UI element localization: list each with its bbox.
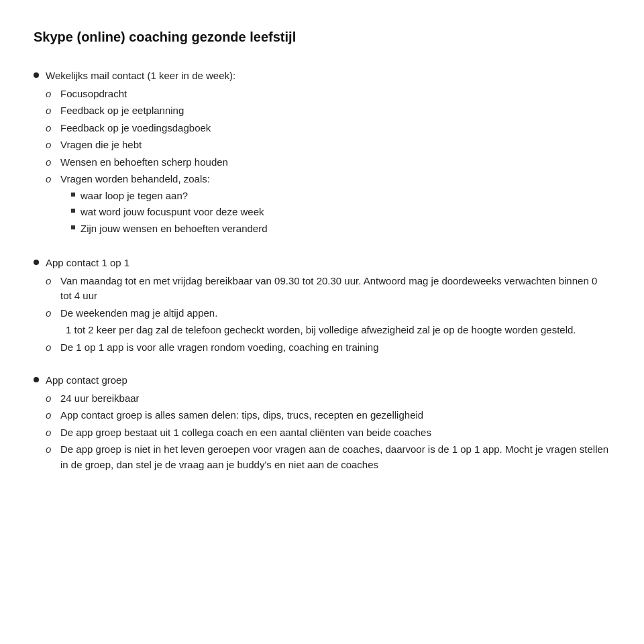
sub-bullet-o: o (46, 408, 55, 423)
sub-item-text: Feedback op je voedingsdagboek (60, 121, 610, 136)
sub-bullet-o: o (46, 306, 55, 321)
sub-list-item: oDe 1 op 1 app is voor alle vragen rondo… (46, 340, 610, 356)
page-title: Skype (online) coaching gezonde leefstij… (34, 27, 610, 47)
sub-item-with-children-content: Vragen worden behandeld, zoals:waar loop… (60, 172, 268, 237)
sub-item-text: Feedback op je eetplanning (60, 103, 610, 119)
sub-sub-item-text: wat word jouw focuspunt voor deze week (80, 205, 268, 220)
sub-bullet-o: o (46, 442, 55, 458)
sub-item-text: App contact groep is alles samen delen: … (60, 408, 610, 423)
sub-list-item: oFeedback op je voedingsdagboek (46, 121, 610, 136)
section-title-wekelijks-mail: Wekelijks mail contact (1 keer in de wee… (46, 68, 610, 84)
sub-list-item-with-children: oVragen worden behandeld, zoals:waar loo… (46, 172, 610, 237)
bullet-icon (34, 260, 39, 265)
bullet-icon (34, 377, 39, 382)
sub-list-item: oFeedback op je eetplanning (46, 103, 610, 119)
sub-list-item: oDe weekenden mag je altijd appen. (46, 306, 610, 321)
sub-list-item: oWensen en behoeften scherp houden (46, 155, 610, 170)
sub-bullet-o: o (46, 172, 55, 187)
sub-list-item: oVan maandag tot en met vrijdag bereikba… (46, 274, 610, 304)
sub-item-text: Wensen en behoeften scherp houden (60, 155, 610, 170)
sub-item-text: De app groep is niet in het leven geroep… (60, 442, 610, 472)
sub-sub-list-item: waar loop je tegen aan? (60, 189, 268, 204)
sub-list-item: oDe app groep bestaat uit 1 collega coac… (46, 425, 610, 441)
sub-bullet-o: o (46, 391, 55, 407)
sub-sub-list-item: wat word jouw focuspunt voor deze week (60, 205, 268, 220)
square-bullet-icon (71, 193, 75, 197)
sub-item-text: 24 uur bereikbaar (60, 391, 610, 407)
continuation-text: 1 tot 2 keer per dag zal de telefoon gec… (66, 323, 610, 338)
sub-list-item: o24 uur bereikbaar (46, 391, 610, 407)
main-content-list: Wekelijks mail contact (1 keer in de wee… (34, 68, 610, 474)
sub-bullet-o: o (46, 103, 55, 119)
sub-sub-item-text: waar loop je tegen aan? (80, 189, 268, 204)
main-list-item-app-contact-1op1: App contact 1 op 1oVan maandag tot en me… (34, 256, 610, 357)
continuation-item: 1 tot 2 keer per dag zal de telefoon gec… (46, 323, 610, 338)
sub-list-item: oFocusopdracht (46, 87, 610, 102)
sub-item-text: De weekenden mag je altijd appen. (60, 306, 610, 321)
sub-bullet-o: o (46, 121, 55, 136)
sub-item-text: Vragen die je hebt (60, 138, 610, 153)
sub-bullet-o: o (46, 340, 55, 356)
sub-list-item: oDe app groep is niet in het leven geroe… (46, 442, 610, 472)
main-list-item-app-contact-groep: App contact groepo24 uur bereikbaaroApp … (34, 373, 610, 474)
sub-list-item: oVragen die je hebt (46, 138, 610, 153)
square-bullet-icon (71, 209, 75, 213)
sub-item-text: Van maandag tot en met vrijdag bereikbaa… (60, 274, 610, 304)
section-title-app-contact-1op1: App contact 1 op 1 (46, 256, 610, 271)
sub-item-text: De app groep bestaat uit 1 collega coach… (60, 425, 610, 441)
sub-sub-item-text: Zijn jouw wensen en behoeften veranderd (80, 221, 268, 237)
bullet-icon (34, 72, 39, 78)
sub-bullet-o: o (46, 87, 55, 102)
square-bullet-icon (71, 225, 75, 229)
section-title-app-contact-groep: App contact groep (46, 373, 610, 388)
sub-bullet-o: o (46, 274, 55, 289)
sub-sub-list-item: Zijn jouw wensen en behoeften veranderd (60, 221, 268, 237)
sub-item-text: Vragen worden behandeld, zoals: (60, 173, 210, 184)
sub-bullet-o: o (46, 155, 55, 170)
sub-bullet-o: o (46, 138, 55, 153)
sub-bullet-o: o (46, 425, 55, 441)
main-list-item-wekelijks-mail: Wekelijks mail contact (1 keer in de wee… (34, 68, 610, 239)
sub-list-item: oApp contact groep is alles samen delen:… (46, 408, 610, 423)
sub-item-text: Focusopdracht (60, 87, 610, 102)
sub-item-text: De 1 op 1 app is voor alle vragen rondom… (60, 340, 610, 356)
